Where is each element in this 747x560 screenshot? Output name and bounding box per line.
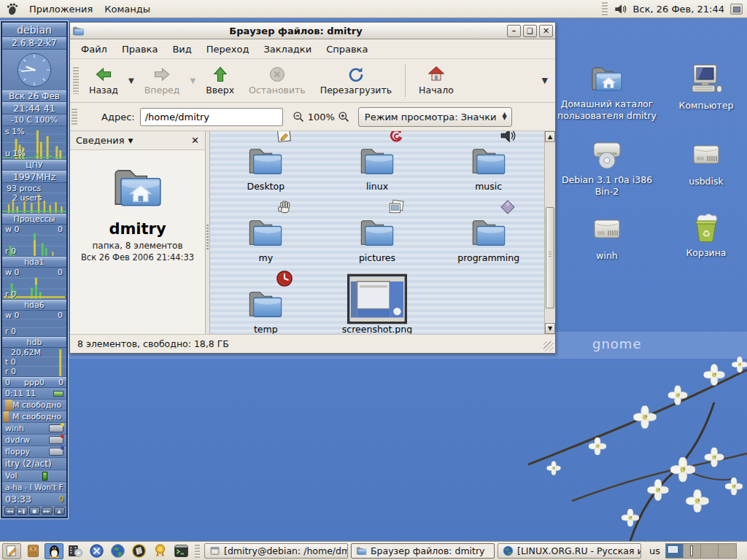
menu-item[interactable]: Правка <box>115 42 164 57</box>
tasklist-grip[interactable] <box>195 545 200 558</box>
gk-song-time: 03:33 0 <box>2 493 66 506</box>
back-history-chevron[interactable]: ▼ <box>125 77 137 85</box>
desktop-icon[interactable]: Debian 3.1 r0a i386 Bin-2 <box>557 137 657 197</box>
address-input[interactable] <box>140 108 283 126</box>
gnome-foot-icon[interactable] <box>4 1 19 16</box>
maximize-button[interactable] <box>523 25 537 37</box>
scroll-down-icon[interactable]: ▼ <box>545 323 555 334</box>
task-button[interactable]: [LINUX.ORG.RU - Русская и <box>498 543 641 559</box>
stop-button[interactable]: ■ <box>29 507 40 515</box>
side-pane-meta: папка, 8 элементов <box>92 241 182 251</box>
back-icon <box>94 66 113 83</box>
desktop-icon[interactable]: winh <box>557 213 657 262</box>
titlebar[interactable]: Браузер файлов: dmitry <box>70 23 555 39</box>
file-emblem-icon <box>276 131 293 144</box>
desktop-icon[interactable]: usbdisk <box>657 139 747 187</box>
gk-kernel: 2.6.8-2-k7 <box>2 37 66 50</box>
icon-view: Desktop linux music <box>210 131 544 334</box>
side-pane-close-icon[interactable]: ✕ <box>191 135 199 146</box>
menu-item[interactable]: Закладки <box>257 42 318 57</box>
menu-item[interactable]: Переход <box>200 42 256 57</box>
scroll-up-icon[interactable]: ▲ <box>545 131 555 142</box>
zoom-level[interactable]: 100% <box>308 112 335 122</box>
file-item[interactable]: linux <box>322 133 433 204</box>
gk-mailbox[interactable]: itry (2/act) <box>2 458 66 470</box>
up-button[interactable]: Вверх <box>198 61 241 100</box>
file-item[interactable]: my <box>210 204 322 276</box>
prev-button[interactable]: ◄◄ <box>4 507 15 515</box>
workspace-2[interactable] <box>684 544 701 558</box>
task-icon <box>503 545 514 556</box>
workspace-4[interactable] <box>719 544 736 558</box>
gk-fs-winh[interactable]: winh <box>2 423 66 435</box>
task-button[interactable]: [dmitry@debian: /home/dm <box>204 543 348 559</box>
gk-fs-floppy[interactable]: floppy <box>2 446 66 458</box>
play-button[interactable]: ►❚ <box>17 507 28 515</box>
launcher-icon[interactable] <box>2 543 21 559</box>
gk-volume[interactable]: Vol <box>2 470 66 482</box>
gk-swap-meter[interactable]: М свободно <box>2 411 66 423</box>
side-pane-dropdown-icon[interactable]: ▼ <box>128 137 133 144</box>
launcher-icon[interactable] <box>129 543 148 559</box>
toolbar-grip[interactable] <box>73 67 79 94</box>
file-item[interactable]: pictures <box>322 204 433 276</box>
keyboard-layout-indicator[interactable]: us <box>646 545 663 556</box>
desktop-icon[interactable]: Домашний каталог пользователя dmitry <box>557 61 657 121</box>
menu-item[interactable]: Файл <box>74 42 114 57</box>
side-pane-selector[interactable]: Сведения <box>76 135 125 146</box>
workspace-3[interactable] <box>701 544 719 558</box>
up-icon <box>211 66 230 83</box>
task-icon <box>209 545 220 556</box>
zoom-out-icon[interactable] <box>293 111 305 123</box>
file-name: screenshot.png <box>342 324 412 334</box>
launcher-icon[interactable] <box>108 543 127 559</box>
file-item[interactable]: temp <box>210 276 322 334</box>
stop-button[interactable]: Остановить <box>241 61 313 100</box>
launcher-icon[interactable] <box>23 543 42 559</box>
forward-history-chevron[interactable]: ▼ <box>187 77 198 85</box>
menu-item[interactable]: Справка <box>320 42 374 57</box>
desktop-icon[interactable]: Корзина <box>657 210 747 259</box>
panel-menu[interactable]: Приложения <box>23 2 98 16</box>
workspace-1[interactable] <box>666 544 684 558</box>
home-button[interactable]: Начало <box>411 61 461 100</box>
panel-clock[interactable]: Вск, 26 Фев, 21:44 <box>633 4 724 15</box>
back-button[interactable]: Назад <box>82 61 125 100</box>
close-button[interactable] <box>539 25 553 37</box>
desktop-icon[interactable]: Компьютер <box>657 63 747 112</box>
panel-applet-icon[interactable] <box>730 4 743 15</box>
launcher-icon[interactable] <box>171 543 190 559</box>
toolbar-overflow-chevron[interactable]: ▼ <box>538 76 552 85</box>
gk-fs-dvdrw[interactable]: dvdrw <box>2 435 66 446</box>
forward-button[interactable]: Вперед <box>137 61 187 100</box>
gk-mem-meter[interactable]: М свободно <box>2 400 66 411</box>
scrollbar-thumb[interactable] <box>546 207 554 308</box>
volume-icon[interactable] <box>614 2 627 16</box>
launcher-icon[interactable] <box>66 543 85 559</box>
file-item[interactable]: programming <box>433 204 544 276</box>
file-item[interactable]: Desktop <box>210 133 322 204</box>
addressbar-grip[interactable] <box>71 109 77 125</box>
file-item[interactable]: screenshot.png <box>322 276 433 334</box>
vertical-scrollbar[interactable]: ▲ ▼ <box>544 131 555 334</box>
eject-button[interactable]: ▲ <box>54 507 65 515</box>
next-button[interactable]: ►► <box>42 507 53 515</box>
file-name: Desktop <box>247 181 285 192</box>
resize-grip[interactable] <box>543 341 554 351</box>
file-icon <box>358 144 396 178</box>
task-button[interactable]: Браузер файлов: dmitry <box>351 543 495 559</box>
launcher-icon[interactable] <box>44 543 63 559</box>
menu-item[interactable]: Вид <box>166 42 198 57</box>
view-mode-select[interactable]: Режим просмотра: Значки ▲▼ <box>358 107 512 127</box>
applet-handle[interactable] <box>602 2 608 15</box>
panel-menu[interactable]: Команды <box>98 2 156 16</box>
zoom-in-icon[interactable] <box>338 111 350 123</box>
scrollbar-track[interactable] <box>545 142 555 323</box>
launcher-icon[interactable] <box>150 543 169 559</box>
file-item[interactable]: music <box>433 133 544 204</box>
minimize-button[interactable] <box>507 25 521 37</box>
launcher-icon[interactable] <box>87 543 106 559</box>
reload-button[interactable]: Перезагрузить <box>313 61 399 100</box>
gkrellm-monitor[interactable]: debian 2.6.8-2-k7 Вск 26 Фев 21:44 41 -1… <box>1 21 68 518</box>
gk-song-title[interactable]: a-ha - I Won't F <box>2 482 66 493</box>
